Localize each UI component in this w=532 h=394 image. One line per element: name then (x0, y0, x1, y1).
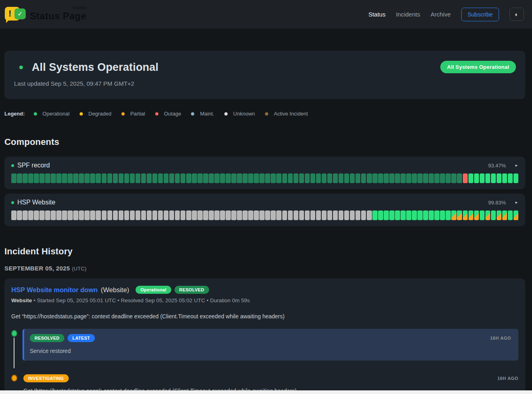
uptime-bar-cell (429, 173, 434, 183)
uptime-bar-cell (514, 210, 519, 220)
uptime-bar-cell (203, 173, 208, 183)
uptime-bar-cell (271, 210, 276, 220)
uptime-bar-cell (361, 173, 366, 183)
incident-timeline: RESOLVEDLATEST16H AGOService restoredINV… (11, 329, 518, 394)
uptime-bar-cell (271, 173, 276, 183)
uptime-bar-cell (344, 173, 349, 183)
uptime-bar-cell (491, 173, 496, 183)
uptime-bar-cell (158, 173, 163, 183)
uptime-bar-cell (389, 210, 394, 220)
timeline-status-badge: RESOLVED (30, 334, 64, 342)
uptime-bar-cell (350, 173, 355, 183)
uptime-bar-cell (141, 173, 146, 183)
expand-arrow-icon[interactable]: ► (515, 200, 518, 204)
uptime-bar-cell (197, 210, 203, 220)
uptime-bar-cell (23, 173, 28, 183)
uptime-bar-cell (181, 210, 186, 220)
incident-resolved-badge: RESOLVED (175, 286, 209, 294)
legend-item-outage: Outage (155, 111, 181, 117)
uptime-bar-cell (192, 210, 197, 220)
uptime-bar-cell (119, 173, 124, 183)
uptime-bar-cell (119, 210, 124, 220)
uptime-bar-cell (164, 210, 169, 220)
uptime-bar-cell (446, 173, 451, 183)
legend: Legend: OperationalDegradedPartialOutage… (4, 111, 525, 117)
uptime-bar-cell (288, 173, 293, 183)
incident-history-heading: Incident History (4, 246, 525, 257)
component-header-row[interactable]: HSP Website99.83%► (11, 199, 518, 206)
components-heading: Components (4, 137, 525, 147)
uptime-bar-cell (367, 173, 372, 183)
uptime-bar-cell (378, 173, 383, 183)
uptime-bar-cell (192, 173, 197, 183)
uptime-bar-cell (169, 210, 175, 220)
uptime-bar-cell (406, 210, 411, 220)
uptime-bar-cell (186, 173, 191, 183)
uptime-bar-cell (226, 210, 231, 220)
uptime-bar-cell (384, 173, 389, 183)
uptime-bar-cell (147, 173, 152, 183)
uptime-bar-cell (276, 173, 281, 183)
uptime-bar-cell (28, 173, 33, 183)
brand-logo-icon: ! ✓ (5, 6, 26, 23)
uptime-bar-cell (305, 173, 310, 183)
uptime-bar-cell (485, 173, 491, 183)
expand-arrow-icon[interactable]: ► (515, 163, 518, 167)
nav-link-archive[interactable]: Archive (431, 11, 451, 18)
subscribe-button[interactable]: Subscribe (461, 8, 499, 21)
brand[interactable]: ! ✓ hosted Status Page (5, 6, 86, 23)
uptime-bar-cell (417, 210, 423, 220)
uptime-bar-cell (259, 173, 265, 183)
uptime-bar-track (11, 173, 518, 183)
uptime-bar-cell (102, 173, 107, 183)
overall-status-title: All Systems Operational (32, 61, 158, 74)
components-list: SPF record93.47%►HSP Website99.83%► (4, 157, 525, 226)
top-nav: StatusIncidentsArchive Subscribe ◐ (368, 8, 524, 21)
uptime-bar-cell (231, 173, 236, 183)
uptime-bar-cell (45, 173, 50, 183)
timeline-entry: RESOLVEDLATEST16H AGOService restored (11, 329, 518, 361)
uptime-bar-cell (152, 210, 158, 220)
uptime-bar-cell (395, 173, 400, 183)
uptime-bar-cell (62, 210, 67, 220)
incident-meta-detail: • Started Sep 05, 2025 05:01 UTC • Resol… (32, 297, 250, 303)
uptime-bar-cell (152, 173, 158, 183)
uptime-bar-cell (11, 173, 16, 183)
uptime-bar-cell (322, 173, 327, 183)
brand-name: Status Page (30, 10, 86, 21)
timeline-status-dot (11, 330, 17, 337)
theme-toggle-button[interactable]: ◐ (509, 8, 524, 21)
uptime-bar-cell (136, 210, 141, 220)
uptime-bar-cell (113, 210, 118, 220)
legend-dot-icon (265, 112, 268, 116)
uptime-bar-cell (23, 210, 28, 220)
incident-title-link[interactable]: HSP Website monitor down (11, 286, 98, 294)
uptime-bar-cell (417, 173, 423, 183)
nav-link-incidents[interactable]: Incidents (396, 11, 420, 18)
timeline-latest-badge: LATEST (68, 334, 95, 342)
timeline-timestamp: 16H AGO (490, 336, 511, 340)
nav-link-status[interactable]: Status (368, 11, 386, 18)
uptime-bar-cell (497, 210, 502, 220)
uptime-bar-cell (175, 210, 180, 220)
uptime-bar-cell (361, 210, 366, 220)
component-header-row[interactable]: SPF record93.47%► (11, 162, 518, 169)
uptime-bar-cell (310, 210, 316, 220)
uptime-bar-cell (220, 173, 225, 183)
incident-card: HSP Website monitor down (Website) Opera… (4, 278, 525, 394)
uptime-bar-cell (102, 210, 107, 220)
incident-date-heading: SEPTEMBER 05, 2025 (UTC) (4, 265, 525, 272)
legend-item-maint-: Maint. (191, 111, 214, 117)
uptime-bar-cell (333, 173, 338, 183)
uptime-bar-cell (158, 210, 163, 220)
uptime-bar-cell (62, 173, 67, 183)
uptime-bar-cell (440, 210, 445, 220)
overall-status-card: All Systems Operational Last updated Sep… (4, 51, 525, 99)
legend-item-label: Maint. (200, 111, 214, 117)
legend-item-label: Outage (164, 111, 181, 117)
timeline-timestamp: 16H AGO (497, 376, 518, 381)
uptime-bar-cell (34, 173, 39, 183)
incident-meta: Website • Started Sep 05, 2025 05:01 UTC… (11, 297, 518, 303)
uptime-bar-cell (214, 210, 220, 220)
component-card-spf-record: SPF record93.47%► (4, 157, 525, 189)
